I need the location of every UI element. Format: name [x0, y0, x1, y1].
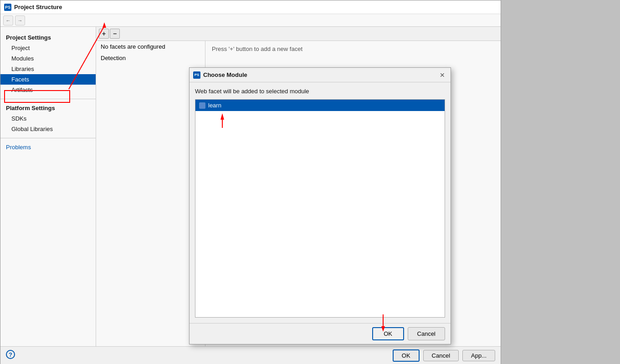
sidebar-divider-2 [0, 138, 96, 138]
main-apply-button[interactable]: App... [462, 350, 495, 361]
dialog-titlebar: PS Choose Module ✕ [190, 68, 451, 82]
help-button[interactable]: ? [6, 350, 15, 359]
window-title: Project Structure [14, 4, 62, 10]
dialog-footer: OK Cancel [190, 323, 451, 344]
nav-back-button[interactable]: ← [3, 15, 13, 25]
dialog-close-button[interactable]: ✕ [438, 71, 447, 80]
choose-module-dialog: PS Choose Module ✕ Web facet will be add… [189, 67, 451, 344]
dialog-subtitle: Web facet will be added to selected modu… [195, 88, 445, 95]
sidebar-item-global-libraries[interactable]: Global Libraries [0, 124, 96, 134]
sidebar-item-project[interactable]: Project [0, 43, 96, 53]
title-bar: PS Project Structure [0, 0, 501, 14]
facet-list-item-no-facets[interactable]: No facets are configured [96, 41, 205, 52]
dialog-body: Web facet will be added to selected modu… [190, 82, 451, 323]
dialog-module-item-learn[interactable]: learn [195, 100, 445, 111]
platform-settings-heading: Platform Settings [0, 103, 96, 113]
nav-bar: ← → [0, 14, 501, 27]
sidebar-item-libraries[interactable]: Libraries [0, 64, 96, 74]
facets-list: No facets are configured Detection [96, 41, 205, 64]
bottom-bar: OK Cancel App... [0, 346, 501, 364]
nav-forward-button[interactable]: → [15, 15, 25, 25]
module-item-label: learn [208, 102, 221, 109]
facets-toolbar: + − [96, 27, 501, 41]
dialog-ok-button[interactable]: OK [372, 327, 404, 340]
facet-list-item-detection[interactable]: Detection [96, 52, 205, 64]
project-settings-heading: Project Settings [0, 32, 96, 43]
dialog-module-list[interactable]: learn [195, 99, 445, 318]
dialog-title: Choose Module [203, 71, 435, 78]
add-facet-button[interactable]: + [99, 29, 109, 39]
main-cancel-button[interactable]: Cancel [423, 350, 459, 361]
sidebar-item-problems[interactable]: Problems [0, 142, 96, 152]
sidebar-divider [0, 99, 96, 99]
remove-facet-button[interactable]: − [110, 29, 120, 39]
sidebar-item-modules[interactable]: Modules [0, 53, 96, 64]
sidebar: Project Settings Project Modules Librari… [0, 27, 96, 346]
sidebar-item-artifacts[interactable]: Artifacts [0, 85, 96, 95]
sidebar-item-facets[interactable]: Facets [0, 74, 96, 85]
dialog-icon: PS [193, 71, 200, 79]
main-ok-button[interactable]: OK [393, 349, 420, 362]
sidebar-item-sdks[interactable]: SDKs [0, 113, 96, 124]
module-icon [199, 102, 205, 109]
facets-hint-text: Press '+' button to add a new facet [212, 42, 302, 56]
app-icon: PS [4, 4, 11, 11]
dialog-cancel-button[interactable]: Cancel [408, 327, 445, 340]
